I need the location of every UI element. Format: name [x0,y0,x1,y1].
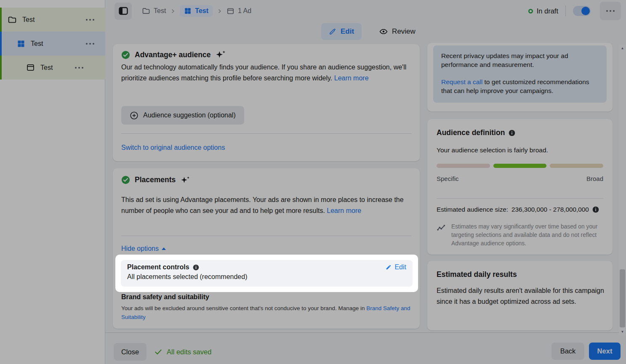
more-options-icon [606,10,615,12]
plus-circle-icon [130,111,139,120]
info-icon[interactable] [592,206,599,213]
ad-icon [26,63,35,72]
breadcrumb-ad[interactable]: 1 Ad [226,7,251,15]
placement-controls-value: All placements selected (recommended) [127,273,406,281]
caret-up-icon [162,247,166,250]
learn-more-link[interactable]: Learn more [334,74,369,82]
draft-indicator-bar [0,8,2,32]
chevron-right-icon [217,8,222,14]
request-call-link[interactable]: Request a call [441,78,482,85]
privacy-notice-card: Recent privacy updates may impact your a… [427,43,613,112]
more-options-icon[interactable] [75,67,83,69]
scale-label-broad: Broad [586,175,603,182]
sidebar-item-adset[interactable]: Test [0,32,105,56]
estimate-value: 236,300,000 - 278,000,000 [511,206,589,213]
edit-placements-link[interactable]: Edit [386,263,406,271]
sidebar-item-ad[interactable]: Test [0,56,105,80]
advantage-audience-card: Advantage+ audience Our ad technology au… [113,44,420,161]
estimate-disclaimer: Estimates may vary significantly over ti… [451,223,604,248]
toggle-knob [581,7,590,15]
placement-controls-row: Placement controls Edit All placements s… [121,260,413,287]
divider [437,198,603,199]
section-title: Advantage+ audience [135,50,210,59]
grid-icon [184,7,192,15]
info-icon[interactable] [193,264,199,271]
campaign-name: Test [22,16,35,24]
save-status-label: All edits saved [167,348,211,356]
section-title: Placements [135,175,176,184]
success-check-icon [121,50,130,59]
pencil-icon [329,28,336,35]
tab-edit[interactable]: Edit [321,23,362,40]
pencil-icon [386,264,392,270]
tab-review[interactable]: Review [372,23,423,40]
next-button[interactable]: Next [589,343,621,360]
selected-indicator-bar [0,32,2,56]
sparkle-icon [180,176,190,184]
grid-icon [17,40,25,48]
chevron-right-icon [170,8,176,14]
sidebar-item-campaign[interactable]: Test [0,8,105,32]
audience-breadth-meter [437,164,603,168]
hide-options-link[interactable]: Hide options [121,245,166,252]
brand-safety-title: Brand safety and suitability [121,293,209,301]
divider [565,5,566,16]
scroll-up-arrow[interactable]: ▲ [619,45,626,51]
back-button[interactable]: Back [551,343,584,360]
trend-line-icon [437,223,447,248]
breadcrumb-campaign[interactable]: Test [142,7,166,15]
folder-icon [8,15,17,24]
save-status: All edits saved [154,343,211,361]
check-icon [154,348,162,356]
breadcrumb-adset[interactable]: Test [180,5,213,17]
divider [121,133,411,134]
scroll-down-arrow[interactable]: ▼ [619,329,626,335]
estimate-label: Estimated audience size: [437,206,508,213]
brand-safety-description: Your ads will be excluded around sensiti… [121,305,366,311]
breadcrumb: Test Test 1 Ad [142,5,251,17]
info-icon[interactable] [509,130,515,136]
footer-bar: Close All edits saved Back Next [105,332,626,364]
vertical-scrollbar[interactable]: ▲ ▼ [619,44,626,335]
campaign-tree-sidebar: Test Test Test [0,0,105,364]
folder-icon [142,7,150,15]
placement-controls-title: Placement controls [127,263,189,271]
close-button[interactable]: Close [114,343,147,361]
placement-controls-spotlight: Placement controls Edit All placements s… [115,255,418,292]
draft-indicator-bar [0,56,2,80]
privacy-notice-box: Recent privacy updates may impact your a… [433,45,607,103]
meter-segment-broad [550,164,603,168]
scrollbar-thumb[interactable] [620,269,625,327]
panel-title: Estimated daily results [437,270,517,279]
publish-toggle[interactable] [573,6,591,16]
sparkle-icon [215,50,226,59]
learn-more-link[interactable]: Learn more [327,207,361,214]
meter-segment-active [493,164,547,168]
ad-icon [226,7,234,15]
audience-summary: Your audience selection is fairly broad. [437,146,548,154]
draft-status-label: In draft [537,7,558,15]
meter-segment-specific [437,164,490,168]
divider [121,236,411,236]
mode-tabs: Edit Review [321,23,423,40]
more-options-button[interactable] [600,2,621,20]
panel-title: Audience definition [437,128,505,137]
more-options-icon[interactable] [86,19,94,21]
adset-name: Test [31,40,43,48]
sidebar-toggle-button[interactable] [115,3,132,20]
more-options-icon[interactable] [86,43,94,45]
switch-audience-options-link[interactable]: Switch to original audience options [121,144,225,151]
scale-label-specific: Specific [437,175,459,182]
audience-definition-card: Audience definition Your audience select… [427,119,613,255]
ad-name: Test [40,64,53,72]
success-check-icon [121,175,130,184]
top-bar: Test Test 1 Ad In draft [105,0,626,42]
daily-results-body: Estimated daily results aren't available… [437,285,604,307]
privacy-notice-text: Recent privacy updates may impact your a… [441,51,599,69]
eye-icon [379,27,388,36]
audience-suggestion-button[interactable]: Audience suggestion (optional) [121,106,244,125]
placements-card: Placements This ad set is using Advantag… [113,168,420,329]
estimated-daily-results-card: Estimated daily results Estimated daily … [427,261,613,330]
draft-status-icon [528,9,533,13]
sidebar-collapse-icon [118,6,128,16]
